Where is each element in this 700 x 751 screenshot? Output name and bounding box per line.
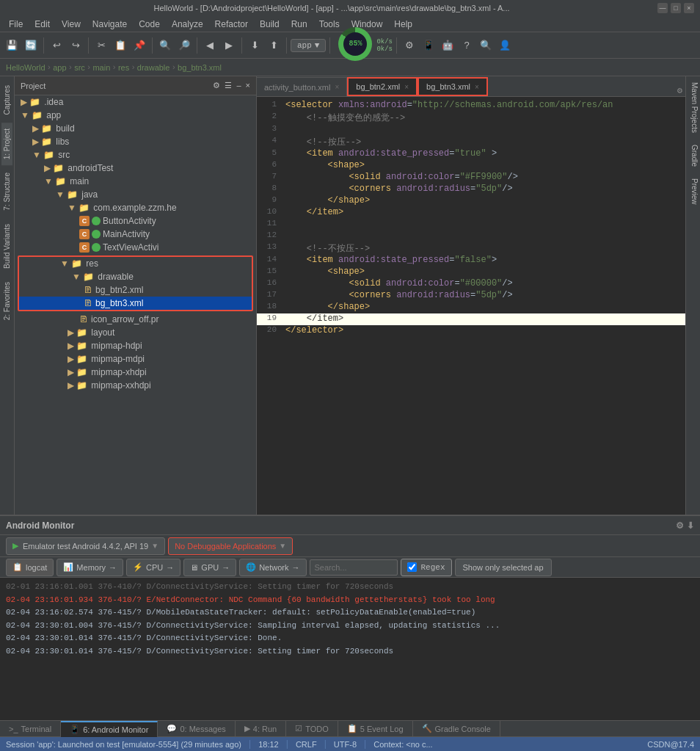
logcat-btn[interactable]: 📋 logcat (6, 559, 54, 576)
tree-item-com[interactable]: ▼ 📁 com.example.zzm.he (15, 201, 256, 214)
log-area[interactable]: 02-01 23:16:01.001 376-410/? D/Connectiv… (0, 578, 700, 720)
toolbar-cut-button[interactable]: ✂ (92, 35, 110, 56)
left-tab-favorites[interactable]: 2: Favorites (1, 276, 12, 326)
regex-checkbox[interactable] (407, 562, 417, 572)
tab-bg-btn2[interactable]: bg_btn2.xml × (347, 77, 418, 96)
tree-item-androidtest[interactable]: ▶ 📁 androidTest (15, 162, 256, 175)
tree-item-res[interactable]: ▼ 📁 res (19, 257, 252, 270)
tree-item-mipmap-xxhdpi[interactable]: ▶ 📁 mipmap-xxhdpi (15, 379, 256, 392)
breadcrumb-file[interactable]: bg_btn3.xml (178, 63, 222, 72)
tree-item-main[interactable]: ▼ 📁 main (15, 175, 256, 188)
toolbar-search3-button[interactable]: 🔍 (477, 35, 495, 56)
menu-refactor[interactable]: Refactor (209, 18, 254, 31)
close-button[interactable]: × (684, 3, 694, 13)
menu-edit[interactable]: Edit (29, 18, 56, 31)
menu-view[interactable]: View (56, 18, 87, 31)
toolbar-user-button[interactable]: 👤 (496, 35, 514, 56)
tree-item-drawable[interactable]: ▼ 📁 drawable (19, 270, 252, 283)
regex-checkbox-label[interactable]: Regex (401, 559, 452, 576)
toolbar-search2-button[interactable]: 🔎 (175, 35, 193, 56)
tree-item-app[interactable]: ▼ 📁 app (15, 109, 256, 122)
tree-item-bg-btn2[interactable]: 🖹 bg_btn2.xml (19, 283, 252, 297)
show-selected-button[interactable]: Show only selected ap (455, 559, 552, 576)
toolbar-undo-button[interactable]: ↩ (48, 35, 65, 56)
bottom-tab-android-monitor[interactable]: 📱 6: Android Monitor (61, 721, 158, 737)
tab-close-icon[interactable]: × (475, 83, 479, 91)
bottom-tab-todo[interactable]: ☑ TODO (286, 721, 338, 737)
tree-item-src[interactable]: ▼ 📁 src (15, 148, 256, 162)
project-collapse-icon[interactable]: – (236, 81, 241, 90)
gpu-btn[interactable]: 🖥 GPU → (183, 559, 236, 576)
tab-close-icon[interactable]: × (404, 83, 409, 91)
project-settings-icon[interactable]: ⚙ (213, 81, 220, 90)
breadcrumb-res[interactable]: res (118, 63, 129, 72)
menu-code[interactable]: Code (133, 18, 166, 31)
left-tab-build-variants[interactable]: Build Variants (1, 218, 12, 275)
toolbar-android-button[interactable]: 🤖 (439, 35, 456, 56)
breadcrumb-drawable[interactable]: drawable (137, 63, 170, 72)
toolbar-copy-button[interactable]: 📋 (112, 35, 129, 56)
tree-item-buttonactivity[interactable]: C ButtonActivity (15, 214, 256, 228)
editor-content[interactable]: 1 <selector xmlns:android="http://schema… (257, 97, 685, 515)
breadcrumb-app[interactable]: app (53, 63, 66, 72)
toolbar-sync-button[interactable]: 🔄 (22, 35, 40, 56)
toolbar-redo-button[interactable]: ↪ (67, 35, 84, 56)
breadcrumb-helloworld[interactable]: HelloWorld (6, 63, 45, 72)
left-tab-captures[interactable]: Captures (1, 79, 12, 121)
toolbar-rebuild-button[interactable]: ⬆ (265, 35, 282, 56)
bottom-tab-gradle-console[interactable]: 🔨 Gradle Console (413, 721, 500, 737)
tab-bg-btn3[interactable]: bg_btn3.xml × (418, 77, 488, 96)
left-tab-structure[interactable]: 7: Structure (1, 167, 12, 217)
tree-item-bg-btn3[interactable]: 🖹 bg_btn3.xml (19, 297, 252, 310)
menu-run[interactable]: Run (285, 18, 313, 31)
tree-item-textviewactivi[interactable]: C TextViewActivi (15, 241, 256, 254)
toolbar-save-button[interactable]: 💾 (3, 35, 21, 56)
bottom-tab-run[interactable]: ▶ 4: Run (236, 721, 286, 737)
bottom-tab-terminal[interactable]: >_ Terminal (0, 721, 61, 737)
toolbar-help-button[interactable]: ? (458, 35, 475, 56)
toolbar-search-button[interactable]: 🔍 (156, 35, 174, 56)
tree-item-mipmap-mdpi[interactable]: ▶ 📁 mipmap-mdpi (15, 352, 256, 366)
tree-item-mainactivity[interactable]: C MainActivity (15, 228, 256, 241)
bottom-panel-settings-icon[interactable]: ⚙ (676, 520, 684, 531)
menu-help[interactable]: Help (388, 18, 418, 31)
menu-file[interactable]: File (3, 18, 29, 31)
left-tab-project[interactable]: 1: Project (1, 123, 12, 165)
tab-close-icon[interactable]: × (335, 83, 339, 91)
tree-item-layout[interactable]: ▶ 📁 layout (15, 326, 256, 339)
emulator-selector[interactable]: ▶ Emulator test Android 4.4.2, API 19 ▼ (6, 537, 165, 555)
no-debug-selector[interactable]: No Debuggable Applications ▼ (168, 537, 293, 555)
tree-item-libs[interactable]: ▶ 📁 libs (15, 135, 256, 148)
tree-item-java[interactable]: ▼ 📁 java (15, 188, 256, 201)
right-tab-preview[interactable]: Preview (686, 173, 700, 211)
tab-activity-button[interactable]: activity_button.xml × (257, 77, 347, 96)
project-close-icon[interactable]: × (246, 81, 250, 90)
breadcrumb-src[interactable]: src (74, 63, 85, 72)
menu-build[interactable]: Build (254, 18, 285, 31)
tree-item-mipmap-xhdpi[interactable]: ▶ 📁 mipmap-xhdpi (15, 366, 256, 379)
bottom-tab-messages[interactable]: 💬 0: Messages (158, 721, 235, 737)
toolbar-back-button[interactable]: ◀ (201, 35, 219, 56)
toolbar-device-button[interactable]: 📱 (420, 35, 437, 56)
right-tab-gradle[interactable]: Gradle (686, 139, 700, 173)
memory-btn[interactable]: 📊 Memory → (56, 559, 123, 576)
menu-analyze[interactable]: Analyze (166, 18, 209, 31)
toolbar-build-button[interactable]: ⬇ (246, 35, 263, 56)
log-search-input[interactable] (310, 559, 398, 576)
tree-item-icon-arrow[interactable]: 🖹 icon_arrow_off.pr (15, 313, 256, 326)
maximize-button[interactable]: □ (671, 3, 681, 13)
toolbar-paste-button[interactable]: 📌 (131, 35, 148, 56)
tree-item-idea[interactable]: ▶ 📁 .idea (15, 95, 256, 109)
tree-item-build[interactable]: ▶ 📁 build (15, 122, 256, 135)
tab-settings-icon[interactable]: ⚙ (677, 85, 682, 96)
cpu-btn[interactable]: ⚡ CPU → (126, 559, 181, 576)
project-layout-icon[interactable]: ☰ (225, 81, 232, 90)
right-tab-maven[interactable]: Maven Projects (686, 76, 700, 139)
breadcrumb-main[interactable]: main (92, 63, 110, 72)
bottom-tab-event-log[interactable]: 📋 5 Event Log (338, 721, 413, 737)
bottom-panel-download-icon[interactable]: ⬇ (687, 520, 694, 531)
menu-navigate[interactable]: Navigate (87, 18, 133, 31)
minimize-button[interactable]: — (657, 3, 668, 13)
tree-item-mipmap-hdpi[interactable]: ▶ 📁 mipmap-hdpi (15, 339, 256, 352)
app-selector[interactable]: app ▼ (291, 39, 326, 52)
